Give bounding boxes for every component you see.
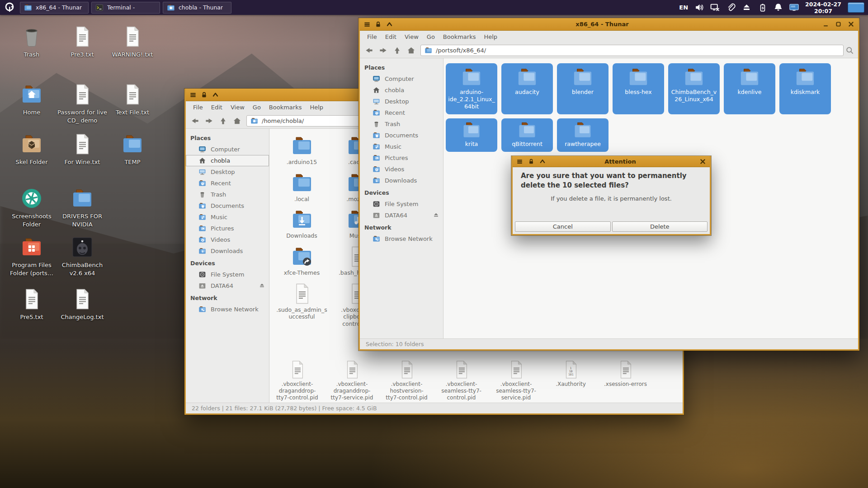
selected-folder-chimbabench-v26-linux-x64[interactable]: ChimbaBench_v26_Linux_x64: [668, 63, 720, 114]
desktop-icon-home[interactable]: Home: [6, 84, 57, 117]
power-icon[interactable]: [758, 3, 767, 12]
window-menu-icon[interactable]: [187, 90, 198, 99]
sidebar-item-documents[interactable]: Documents: [360, 130, 443, 141]
titlebar[interactable]: x86_64 - Thunar: [360, 18, 858, 31]
close-icon[interactable]: [697, 157, 708, 166]
notifications-bell-icon[interactable]: [774, 3, 783, 12]
close-icon[interactable]: [845, 19, 857, 29]
applications-menu-icon[interactable]: [4, 1, 16, 14]
desktop-icon-chimbabench-v2-6-x64[interactable]: ChimbaBench v2.6 x64: [57, 236, 108, 277]
sidebar-item-chobla[interactable]: chobla: [360, 84, 443, 96]
desktop-icon-drivers-for-nvidia[interactable]: DRIVERS FOR NVIDIA: [57, 188, 108, 228]
search-icon[interactable]: [844, 44, 856, 56]
sidebar-item-file-system[interactable]: File System: [186, 269, 269, 280]
sidebar-item-downloads[interactable]: Downloads: [186, 245, 269, 257]
desktop-icon-pre3-txt[interactable]: Pre3.txt: [57, 26, 108, 59]
eject-icon[interactable]: [433, 211, 439, 220]
sidebar-item-desktop[interactable]: Desktop: [360, 96, 443, 107]
sidebar-item-recent[interactable]: Recent: [186, 178, 269, 189]
desktop-icon-trash[interactable]: Trash: [6, 26, 57, 59]
selected-folder-krita[interactable]: krita: [446, 118, 497, 152]
sidebar-item-downloads[interactable]: Downloads: [360, 175, 443, 186]
file-item-vboxclient-draganddrop-tty7-service-pid[interactable]: .vboxclient-draganddrop-tty7-service.pid: [330, 360, 374, 401]
file-item-xfce-themes[interactable]: xfce-Themes: [274, 246, 330, 277]
sidebar-item-computer[interactable]: Computer: [186, 144, 269, 155]
desktop-icon-changelog-txt[interactable]: ChangeLog.txt: [57, 288, 108, 321]
selected-folder-blender[interactable]: blender: [557, 63, 609, 114]
file-item-vboxclient-draganddrop-tty7-control-pid[interactable]: .vboxclient-draganddrop-tty7-control.pid: [275, 360, 320, 401]
sidebar-item-data64[interactable]: DATA64: [186, 280, 269, 291]
sidebar-item-music[interactable]: Music: [186, 211, 269, 223]
selected-folder-kdiskmark[interactable]: kdiskmark: [779, 63, 831, 114]
keyboard-layout-indicator[interactable]: EN: [679, 4, 688, 11]
menu-bookmarks[interactable]: Bookmarks: [265, 104, 306, 111]
lock-icon[interactable]: [198, 90, 210, 99]
file-item-local[interactable]: .local: [274, 172, 330, 203]
desktop-icon-password-for-live-cd-demo[interactable]: Password for live CD_ demo: [57, 84, 108, 124]
file-item-xsession-errors[interactable]: .xsession-errors: [603, 360, 648, 388]
sidebar-item-chobla[interactable]: chobla: [186, 155, 269, 166]
sidebar-item-trash[interactable]: Trash: [360, 118, 443, 130]
sidebar-item-pictures[interactable]: Pictures: [186, 223, 269, 234]
desktop-icon-skel-folder[interactable]: Skel Folder: [6, 133, 57, 166]
sidebar-item-videos[interactable]: Videos: [186, 234, 269, 245]
file-item-vboxclient-seamless-tty7-control-pid[interactable]: .vboxclient-seamless-tty7-control.pid: [439, 360, 484, 401]
sidebar-item-computer[interactable]: Computer: [360, 73, 443, 84]
clock[interactable]: 2024-02-27 20:07: [805, 1, 841, 14]
sidebar-item-browse-network[interactable]: Browse Network: [360, 233, 443, 244]
clipboard-icon[interactable]: [726, 3, 736, 12]
display-off-icon[interactable]: [710, 3, 720, 12]
delete-button[interactable]: Delete: [612, 221, 708, 232]
sidebar-item-music[interactable]: Music: [360, 141, 443, 152]
eject-icon[interactable]: [259, 282, 265, 290]
selected-folder-rawtherapee[interactable]: rawtherapee: [557, 118, 609, 152]
back-button[interactable]: [188, 115, 202, 127]
up-button[interactable]: [390, 44, 404, 56]
sidebar-item-data64[interactable]: DATA64: [360, 210, 443, 221]
file-item-xauthority[interactable]: 110101.Xauthority: [548, 360, 593, 388]
sidebar-item-trash[interactable]: Trash: [186, 189, 269, 200]
sidebar-item-recent[interactable]: Recent: [360, 107, 443, 118]
desktop-icon-temp[interactable]: TEMP: [107, 133, 158, 166]
cancel-button[interactable]: Cancel: [515, 221, 611, 232]
maximize-icon[interactable]: [833, 19, 844, 29]
shade-icon[interactable]: [537, 157, 548, 166]
taskbar-button-chobla-thunar[interactable]: chobla - Thunar: [163, 2, 231, 14]
menu-edit[interactable]: Edit: [207, 104, 226, 111]
forward-button[interactable]: [376, 44, 390, 56]
home-button[interactable]: [404, 44, 418, 56]
desktop-icon-screenshoots-folder[interactable]: Screenshoots Folder: [6, 188, 57, 228]
sidebar-item-browse-network[interactable]: Browse Network: [186, 304, 269, 315]
lock-icon[interactable]: [525, 157, 537, 166]
menu-go[interactable]: Go: [423, 33, 439, 40]
selected-folder-bless-hex[interactable]: bless-hex: [613, 63, 664, 114]
eject-icon[interactable]: [742, 3, 751, 12]
menu-edit[interactable]: Edit: [381, 33, 401, 40]
menu-help[interactable]: Help: [480, 33, 501, 40]
sidebar-item-documents[interactable]: Documents: [186, 200, 269, 211]
file-item-downloads[interactable]: Downloads: [274, 209, 330, 239]
menu-file[interactable]: File: [189, 104, 207, 111]
selected-folder-audacity[interactable]: audacity: [501, 63, 553, 114]
desktop-icon-for-wine-txt[interactable]: For Wine.txt: [57, 133, 108, 166]
file-item-arduino15[interactable]: .arduino15: [274, 135, 330, 166]
menu-view[interactable]: View: [226, 104, 249, 111]
lock-icon[interactable]: [373, 19, 384, 29]
desktop-icon-pre5-txt[interactable]: Pre5.txt: [6, 288, 57, 321]
file-item-vboxclient-hostversion-tty7-control-pid[interactable]: .vboxclient-hostversion-tty7-control.pid: [384, 360, 429, 401]
menu-view[interactable]: View: [401, 33, 423, 40]
display-settings-icon[interactable]: [789, 3, 799, 12]
selected-folder-kdenlive[interactable]: kdenlive: [724, 63, 775, 114]
file-item-vboxclient-seamless-tty7-service-pid[interactable]: .vboxclient-seamless-tty7-service.pid: [494, 360, 538, 401]
taskbar-button-terminal[interactable]: Terminal -: [91, 2, 160, 14]
desktop-icon-warning-txt[interactable]: WARNING!.txt: [107, 26, 158, 59]
path-bar[interactable]: /portsoft/x86_64/: [420, 45, 844, 56]
sidebar-item-file-system[interactable]: File System: [360, 198, 443, 210]
menu-help[interactable]: Help: [306, 104, 327, 111]
window-menu-icon[interactable]: [514, 157, 525, 166]
file-item-sudo-as-admin-successful[interactable]: .sudo_as_admin_successful: [274, 283, 330, 328]
home-button[interactable]: [230, 115, 244, 127]
sidebar-item-videos[interactable]: Videos: [360, 164, 443, 175]
menu-bookmarks[interactable]: Bookmarks: [439, 33, 480, 40]
desktop-icon-program-files-folder-ports[interactable]: Program Files Folder (ports…: [6, 236, 57, 277]
